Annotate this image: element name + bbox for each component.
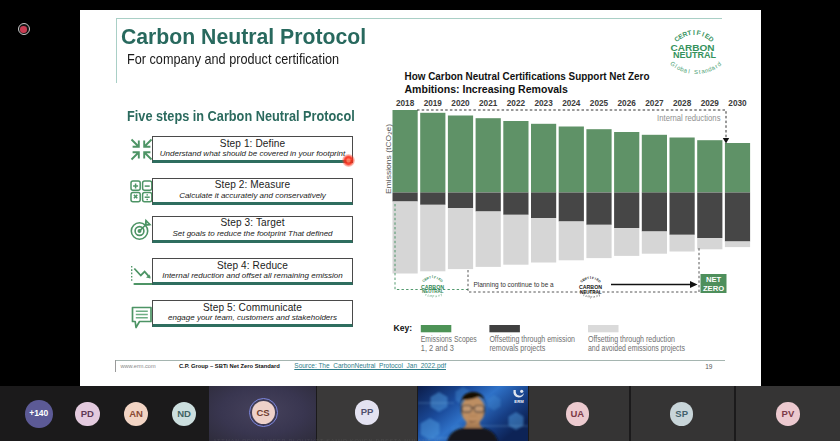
svg-text:l: l	[687, 68, 689, 74]
svg-text:NEUTRAL: NEUTRAL	[673, 50, 717, 60]
svg-text:How Carbon Neutral Certificati: How Carbon Neutral Certifications Suppor…	[404, 70, 649, 82]
svg-text:S: S	[693, 69, 697, 75]
svg-text:Key:: Key:	[393, 323, 412, 333]
svg-text:Emissions (tCO2e): Emissions (tCO2e)	[383, 124, 392, 194]
svg-text:2024: 2024	[562, 98, 580, 108]
svg-text:2027: 2027	[645, 98, 663, 108]
svg-text:I: I	[693, 29, 695, 36]
svg-text:ZERO: ZERO	[702, 284, 723, 293]
svg-text:Planning to continue to be a: Planning to continue to be a	[473, 280, 554, 289]
svg-text:2028: 2028	[672, 98, 690, 108]
svg-text:2021: 2021	[479, 98, 497, 108]
svg-text:2020: 2020	[451, 98, 469, 108]
svg-text:2019: 2019	[423, 98, 441, 108]
svg-text:ERM: ERM	[514, 399, 524, 404]
svg-text:removals projects: removals projects	[489, 343, 545, 353]
svg-text:2030: 2030	[728, 98, 746, 108]
svg-text:F: F	[696, 29, 701, 37]
svg-text:2029: 2029	[700, 98, 718, 108]
svg-text:T: T	[686, 29, 691, 37]
svg-text:Internal reductions: Internal reductions	[657, 113, 720, 123]
svg-text:2018: 2018	[395, 98, 413, 108]
svg-text:2025: 2025	[589, 98, 607, 108]
svg-text:2026: 2026	[617, 98, 635, 108]
svg-text:2022: 2022	[506, 98, 524, 108]
svg-text:2023: 2023	[534, 98, 552, 108]
svg-text:Ambitions: Increasing Removals: Ambitions: Increasing Removals	[404, 83, 567, 95]
svg-text:1, 2 and 3: 1, 2 and 3	[420, 343, 453, 353]
svg-text:and avoided emissions projects: and avoided emissions projects	[588, 343, 685, 353]
